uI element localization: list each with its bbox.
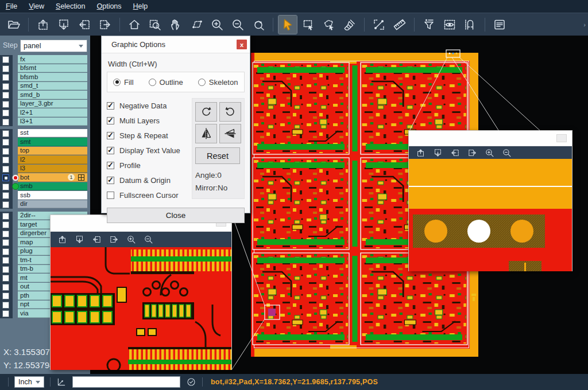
menu-view[interactable]: View: [29, 2, 44, 10]
layer-item-smt[interactable]: smt: [18, 138, 87, 146]
layer-item-smd_b[interactable]: smd_b: [18, 91, 87, 99]
flip-h-button[interactable]: [195, 124, 217, 143]
sheet-grid-icon[interactable]: [78, 174, 84, 181]
drag-view-button[interactable]: [187, 15, 206, 34]
layer-visibility-checkbox[interactable]: [2, 157, 9, 163]
dialog-titlebar[interactable]: Graphic Options x: [102, 36, 250, 53]
layer-visibility-checkbox[interactable]: [2, 231, 9, 237]
ruler-button[interactable]: [390, 15, 409, 34]
pan-up-button[interactable]: [416, 148, 425, 158]
pan-down-button[interactable]: [75, 235, 84, 244]
zoom-out-button[interactable]: [229, 15, 247, 34]
layer-item-smb[interactable]: smb: [18, 182, 87, 191]
layer-visibility-checkbox[interactable]: [2, 166, 9, 173]
layer-item-dir[interactable]: dir: [18, 200, 87, 209]
pan-left-button[interactable]: [92, 235, 102, 244]
layer-visibility-checkbox[interactable]: [2, 266, 9, 273]
menu-help[interactable]: Help: [133, 2, 148, 10]
radio-skeleton[interactable]: Skeleton: [198, 78, 238, 87]
popup-collapse-button[interactable]: [556, 134, 567, 142]
layer-visibility-checkbox[interactable]: [2, 184, 9, 190]
layer-item-fx[interactable]: fx: [18, 55, 87, 64]
select-cursor-button[interactable]: [278, 15, 297, 34]
select-poly-button[interactable]: [320, 15, 338, 34]
pan-right-button[interactable]: [467, 148, 477, 158]
zoom-previous-button[interactable]: [249, 15, 268, 34]
layer-visibility-checkbox[interactable]: [2, 248, 9, 255]
checkbox-multi-layers[interactable]: Multi Layers: [107, 113, 192, 128]
checkbox-negative-data[interactable]: Negative Data: [107, 98, 192, 113]
magnifier-titlebar[interactable]: [409, 131, 572, 146]
checkbox-step-repeat[interactable]: Step & Repeat: [107, 128, 192, 143]
step-select[interactable]: panel: [20, 40, 87, 52]
layer-visibility-checkbox[interactable]: [2, 275, 9, 282]
layer-visibility-checkbox[interactable]: [2, 83, 9, 90]
magnifier-content[interactable]: [51, 247, 231, 370]
reset-button[interactable]: Reset: [195, 147, 240, 164]
layer-visibility-checkbox[interactable]: [2, 292, 9, 299]
layer-visibility-checkbox[interactable]: [2, 101, 9, 108]
checkbox-fullscreen-cursor[interactable]: Fullscreen Cursor: [107, 188, 192, 202]
layer-visibility-checkbox[interactable]: [2, 302, 9, 309]
layer-visibility-checkbox[interactable]: [2, 110, 9, 116]
pan-left-button[interactable]: [75, 15, 94, 34]
layer-item-l3[interactable]: l3: [18, 165, 87, 173]
select-rect-button[interactable]: [299, 15, 318, 34]
layer-item-layer_3.gbr[interactable]: layer_3.gbr: [18, 100, 87, 108]
layer-visibility-checkbox[interactable]: [2, 65, 9, 72]
layer-visibility-checkbox[interactable]: [2, 139, 9, 146]
pan-hand-button[interactable]: [167, 15, 185, 34]
layer-item-l2[interactable]: l2: [18, 155, 87, 164]
zoom-out-button[interactable]: [144, 235, 153, 244]
layer-item-sst[interactable]: sst: [18, 129, 87, 138]
view-filter-button[interactable]: [440, 15, 459, 34]
layer-visibility-checkbox[interactable]: [2, 119, 9, 126]
layer-visibility-checkbox[interactable]: [2, 148, 9, 155]
filter-button[interactable]: [420, 15, 438, 34]
menu-selection[interactable]: Selection: [56, 2, 85, 10]
zoom-window-button[interactable]: [146, 15, 164, 34]
layer-item-smd_t[interactable]: smd_t: [18, 82, 87, 91]
layer-item-top[interactable]: top: [18, 147, 87, 155]
layer-item-ssb[interactable]: ssb: [18, 191, 87, 200]
zoom-in-button[interactable]: [485, 148, 494, 158]
radio-fill[interactable]: Fill: [113, 78, 134, 87]
layer-visibility-checkbox[interactable]: [2, 284, 9, 291]
unit-select[interactable]: Inch: [14, 376, 44, 388]
open-folder-button[interactable]: [5, 15, 23, 34]
angle-measure-icon[interactable]: [56, 377, 67, 387]
pan-left-button[interactable]: [450, 148, 460, 158]
measure-line-button[interactable]: [370, 15, 388, 34]
layer-visibility-checkbox[interactable]: [2, 174, 9, 181]
apply-icon[interactable]: [186, 377, 196, 387]
pan-down-button[interactable]: [433, 148, 443, 158]
layer-visibility-checkbox[interactable]: [2, 257, 9, 264]
layer-visibility-checkbox[interactable]: [2, 74, 9, 81]
checkbox-display-text-value[interactable]: Display Text Value: [107, 143, 192, 158]
magnifier-content[interactable]: [409, 159, 572, 271]
layer-visibility-checkbox[interactable]: [2, 130, 9, 137]
layer-visibility-checkbox[interactable]: [2, 213, 9, 220]
pan-down-button[interactable]: [55, 15, 73, 34]
checkbox-profile[interactable]: Profile: [107, 158, 192, 173]
pan-up-button[interactable]: [34, 15, 52, 34]
layer-visibility-checkbox[interactable]: [2, 192, 9, 199]
menu-file[interactable]: File: [6, 2, 17, 10]
layer-item-bfsmt[interactable]: bfsmt: [18, 64, 87, 73]
close-button[interactable]: Close: [107, 208, 245, 223]
command-input[interactable]: [72, 376, 180, 388]
layer-item-l3+1[interactable]: l3+1: [18, 118, 87, 126]
layer-visibility-checkbox[interactable]: [2, 239, 9, 246]
toolbar-overflow-icon[interactable]: ›: [583, 21, 586, 28]
zoom-in-button[interactable]: [126, 235, 136, 244]
layer-visibility-checkbox[interactable]: [2, 310, 9, 317]
pan-right-button[interactable]: [109, 235, 119, 244]
layer-visibility-checkbox[interactable]: [2, 92, 9, 99]
layer-visibility-checkbox[interactable]: [2, 201, 9, 208]
pan-right-button[interactable]: [96, 15, 114, 34]
layer-item-bot[interactable]: bot1: [18, 173, 87, 182]
close-icon[interactable]: x: [237, 40, 247, 49]
zoom-in-button[interactable]: [208, 15, 226, 34]
layer-visibility-checkbox[interactable]: [2, 56, 9, 63]
clean-brush-button[interactable]: [341, 15, 359, 34]
